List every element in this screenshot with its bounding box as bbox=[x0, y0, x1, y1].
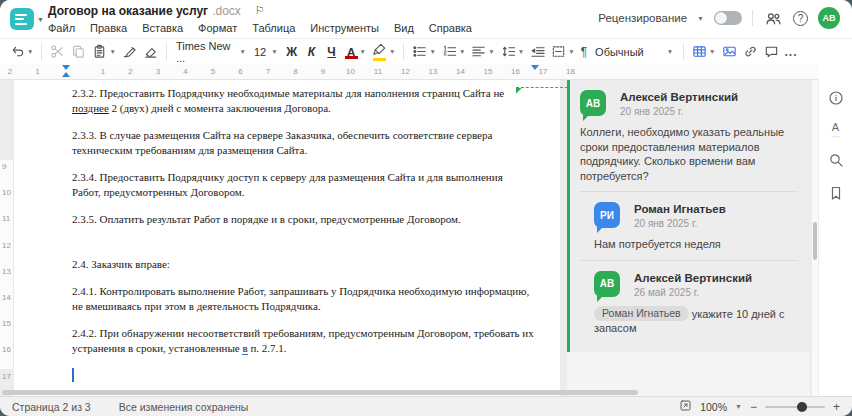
cut-button[interactable] bbox=[48, 43, 67, 60]
align-button[interactable]: ▼ bbox=[469, 43, 496, 60]
menu-item-вставка[interactable]: Вставка bbox=[142, 22, 183, 34]
zoom-in-button[interactable]: + bbox=[833, 400, 840, 414]
text-segment: 2.4.1. Контролировать выполнение Работ, … bbox=[72, 285, 529, 312]
menu-item-таблица[interactable]: Таблица bbox=[252, 22, 295, 34]
ruler-number: 3 bbox=[156, 67, 160, 76]
bookmark-icon[interactable] bbox=[828, 185, 844, 205]
horizontal-scrollbar[interactable] bbox=[2, 390, 638, 395]
menu-bar: ФайлПравкаВставкаФорматТаблицаИнструмент… bbox=[48, 22, 472, 34]
ruler-number: 18 bbox=[566, 67, 575, 76]
insert-image-button[interactable] bbox=[720, 43, 739, 60]
menu-item-справка[interactable]: Справка bbox=[429, 22, 472, 34]
status-bar: Страница 2 из 3 Все изменения сохранены … bbox=[0, 396, 852, 416]
ruler-number: 10 bbox=[2, 188, 11, 197]
zoom-slider[interactable] bbox=[765, 406, 825, 408]
insert-comment-button[interactable] bbox=[762, 43, 781, 60]
clear-style-button[interactable] bbox=[141, 43, 160, 60]
comment-author: Роман Игнатьев bbox=[634, 203, 726, 216]
underline-button[interactable]: Ч bbox=[323, 44, 341, 60]
ruler-number: 7 bbox=[266, 67, 270, 76]
ruler-number: 6 bbox=[238, 67, 242, 76]
scrollbar-thumb[interactable] bbox=[813, 222, 817, 260]
insert-table-button[interactable]: ▼ bbox=[690, 43, 717, 60]
app-logo[interactable] bbox=[10, 8, 34, 30]
horizontal-ruler[interactable]: 21123456789101112131415161718 bbox=[0, 64, 818, 80]
ruler-number: 11 bbox=[2, 214, 10, 223]
menu-item-правка[interactable]: Правка bbox=[90, 22, 127, 34]
zoom-out-button[interactable]: − bbox=[750, 400, 757, 414]
document-paragraph: 2.3.2. Предоставить Подрядчику необходим… bbox=[72, 86, 534, 116]
undo-button[interactable]: ▼ bbox=[8, 43, 35, 60]
bullet-list-button[interactable]: ▼ bbox=[410, 43, 437, 60]
mention-badge[interactable]: Роман Игнатьев bbox=[594, 306, 689, 322]
font-size-select[interactable]: 12▼ bbox=[251, 45, 281, 59]
paragraph-style-select[interactable]: Обычный▼ bbox=[591, 45, 677, 59]
ruler-number: 12 bbox=[2, 241, 11, 250]
ruler-number: 12 bbox=[401, 67, 410, 76]
comments-panel: АВАлексей Вертинский20 янв 2025 г.Коллег… bbox=[567, 80, 810, 396]
ruler-number: 17 bbox=[539, 67, 548, 76]
ruler-number: 1 bbox=[35, 67, 39, 76]
document-title: Договор на оказание услуг bbox=[48, 4, 208, 18]
text-segment: 2.3.4. Предоставить Подрядчику доступ к … bbox=[72, 171, 503, 198]
vertical-ruler[interactable]: 91011121314151617181920 bbox=[0, 160, 14, 369]
comment-reply[interactable]: РИРоман Игнатьев20 янв 2025 г.Нам потреб… bbox=[594, 202, 798, 252]
ruler-number: 4 bbox=[183, 67, 187, 76]
review-toggle[interactable] bbox=[714, 11, 742, 25]
document-paragraph: 2.4.1. Контролировать выполнение Работ, … bbox=[72, 284, 534, 314]
collaboration-users-icon[interactable] bbox=[763, 8, 783, 28]
comment-avatar: РИ bbox=[594, 202, 620, 228]
review-caret-icon[interactable]: ▼ bbox=[697, 15, 704, 22]
copy-button[interactable] bbox=[69, 43, 88, 60]
help-icon[interactable]: ? bbox=[793, 11, 808, 26]
menu-item-инструменты[interactable]: Инструменты bbox=[310, 22, 379, 34]
document-paragraph: 2.4. Заказчик вправе: bbox=[72, 257, 534, 272]
bold-button[interactable]: Ж bbox=[283, 44, 301, 60]
comment-connector-line bbox=[516, 87, 568, 88]
zoom-caret-icon[interactable]: ▼ bbox=[735, 403, 742, 410]
comment-thread[interactable]: АВАлексей Вертинский20 янв 2025 г.Коллег… bbox=[567, 80, 810, 352]
document-page[interactable]: 2.3.2. Предоставить Подрядчику необходим… bbox=[14, 80, 560, 396]
indent-button[interactable] bbox=[528, 43, 547, 60]
search-icon[interactable] bbox=[828, 152, 844, 172]
menu-item-вид[interactable]: Вид bbox=[394, 22, 414, 34]
insert-link-button[interactable] bbox=[741, 43, 760, 60]
comment-author: Алексей Вертинский bbox=[634, 272, 752, 285]
zoom-slider-handle[interactable] bbox=[797, 402, 807, 412]
paragraph-borders-button[interactable]: ▼ bbox=[549, 43, 576, 60]
numbered-list-button[interactable]: ▼ bbox=[440, 43, 467, 60]
review-mode-label[interactable]: Рецензирование bbox=[598, 12, 687, 24]
comment-divider bbox=[580, 260, 798, 261]
fit-page-icon[interactable] bbox=[679, 399, 692, 414]
ruler-number: 10 bbox=[346, 67, 355, 76]
format-painter-button[interactable] bbox=[120, 43, 139, 60]
info-icon[interactable] bbox=[828, 90, 844, 110]
line-spacing-button[interactable]: ▼ bbox=[499, 43, 526, 60]
comment[interactable]: АВАлексей Вертинский20 янв 2025 г.Коллег… bbox=[580, 90, 798, 183]
comment-date: 26 май 2025 г. bbox=[634, 287, 752, 298]
text-segment: п. 2.7.1. bbox=[248, 342, 287, 354]
ruler-number: 16 bbox=[511, 67, 520, 76]
zoom-level[interactable]: 100% bbox=[700, 401, 727, 413]
ruler-number: 13 bbox=[2, 267, 11, 276]
logo-menu-caret-icon[interactable]: ▼ bbox=[37, 16, 44, 23]
paste-button[interactable]: ▼ bbox=[90, 43, 117, 60]
font-name-select[interactable]: Times New ...▼ bbox=[173, 39, 249, 65]
italic-button[interactable]: К bbox=[303, 44, 321, 60]
ruler-number: 5 bbox=[211, 67, 215, 76]
highlight-color-button[interactable]: ▼ bbox=[370, 41, 397, 62]
right-sidebar: А﹏ bbox=[818, 80, 852, 396]
show-formatting-button[interactable]: ¶ bbox=[579, 44, 589, 60]
left-indent-marker[interactable] bbox=[62, 72, 70, 77]
flag-icon[interactable]: ⚐ bbox=[255, 4, 265, 17]
menu-item-файл[interactable]: Файл bbox=[48, 22, 75, 34]
comment-avatar: АВ bbox=[580, 90, 606, 116]
comment-reply[interactable]: АВАлексей Вертинский26 май 2025 г.Роман … bbox=[594, 271, 798, 336]
app-window: ▼ Договор на оказание услуг .docx ⚐ Файл… bbox=[0, 0, 852, 416]
user-avatar[interactable]: АВ bbox=[818, 7, 840, 29]
more-tools-button[interactable]: ... bbox=[783, 44, 800, 60]
spellcheck-icon[interactable]: А﹏ bbox=[832, 123, 839, 139]
font-color-button[interactable]: А▼ bbox=[343, 45, 368, 59]
first-line-indent-marker[interactable] bbox=[62, 65, 70, 70]
menu-item-формат[interactable]: Формат bbox=[198, 22, 237, 34]
